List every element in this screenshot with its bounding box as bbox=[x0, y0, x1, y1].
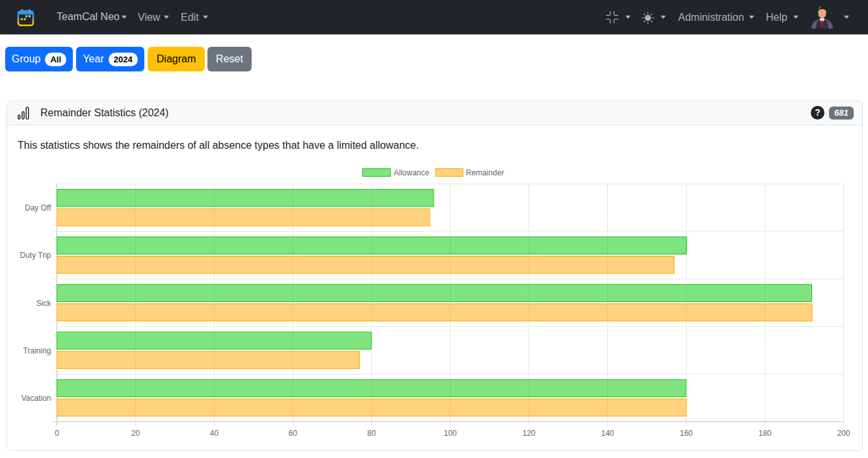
svg-text:140: 140 bbox=[601, 429, 614, 438]
svg-text:60: 60 bbox=[289, 429, 298, 438]
svg-text:180: 180 bbox=[758, 429, 771, 438]
svg-text:40: 40 bbox=[210, 429, 219, 438]
svg-text:100: 100 bbox=[443, 429, 456, 438]
svg-text:Day Off: Day Off bbox=[25, 203, 51, 212]
svg-text:0: 0 bbox=[55, 429, 59, 438]
svg-text:Allowance: Allowance bbox=[394, 168, 430, 177]
svg-text:Vacation: Vacation bbox=[21, 394, 51, 403]
svg-text:160: 160 bbox=[679, 429, 692, 438]
svg-text:Sick: Sick bbox=[36, 299, 52, 308]
svg-text:80: 80 bbox=[367, 429, 376, 438]
svg-text:20: 20 bbox=[131, 429, 140, 438]
svg-text:Duty Trip: Duty Trip bbox=[20, 251, 51, 260]
svg-text:Training: Training bbox=[23, 346, 51, 355]
svg-text:Remainder: Remainder bbox=[466, 168, 505, 177]
svg-text:120: 120 bbox=[522, 429, 535, 438]
svg-text:200: 200 bbox=[837, 429, 850, 438]
